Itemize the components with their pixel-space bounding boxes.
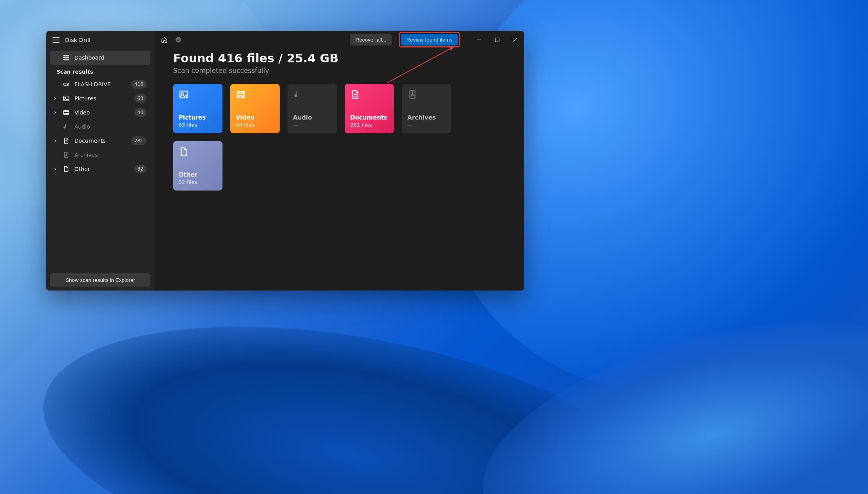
card-title: Audio [293, 114, 331, 121]
svg-rect-26 [66, 155, 67, 156]
svg-rect-1 [65, 55, 67, 56]
sidebar: Disk Drill Dashboard Scan results FLASH … [46, 31, 154, 291]
sidebar-item-other[interactable]: ›Other32 [50, 162, 150, 176]
menu-icon[interactable] [52, 37, 60, 43]
grid-icon [63, 54, 70, 61]
sidebar-item-count: 281 [131, 136, 146, 145]
results-headline: Found 416 files / 25.4 GB [173, 51, 505, 65]
svg-rect-29 [495, 38, 499, 42]
svg-rect-3 [63, 57, 65, 58]
chevron-right-icon: › [52, 166, 58, 172]
card-title: Other [179, 171, 217, 178]
svg-rect-28 [477, 40, 481, 40]
card-subtitle: — [293, 122, 331, 128]
sidebar-item-pictures[interactable]: ›Pictures63 [50, 91, 150, 105]
sidebar-footer: Show scan results in Explorer [46, 269, 154, 291]
svg-rect-8 [67, 59, 69, 60]
show-in-explorer-button[interactable]: Show scan results in Explorer [50, 273, 150, 287]
app-window: Disk Drill Dashboard Scan results FLASH … [46, 31, 524, 291]
main-panel: Recover all... Review found items Found … [154, 31, 524, 291]
other-icon [179, 147, 189, 157]
svg-rect-11 [63, 96, 69, 101]
card-title: Pictures [179, 114, 217, 121]
video-icon [236, 89, 246, 100]
recover-all-button[interactable]: Recover all... [350, 34, 392, 45]
chevron-right-icon: › [52, 95, 58, 102]
svg-rect-0 [63, 55, 65, 56]
app-title: Disk Drill [65, 37, 90, 43]
sidebar-nav: Dashboard Scan results FLASH DRIVE416›Pi… [46, 48, 154, 269]
svg-rect-4 [65, 57, 67, 58]
card-title: Documents [350, 114, 389, 121]
archives-icon [407, 89, 418, 100]
audio-icon [293, 89, 303, 100]
maximize-button[interactable] [488, 31, 506, 48]
pictures-icon [63, 95, 70, 102]
svg-rect-32 [180, 91, 188, 98]
sidebar-item-documents[interactable]: ›Documents281 [50, 134, 150, 148]
sidebar-item-label: Documents [74, 138, 127, 144]
card-title: Archives [407, 114, 446, 121]
titlebar: Recover all... Review found items [154, 31, 524, 48]
card-subtitle: 32 files [179, 179, 217, 185]
sidebar-header: Disk Drill [46, 31, 154, 48]
sidebar-item-count: 32 [134, 165, 146, 173]
sidebar-item-label: Video [74, 109, 130, 116]
svg-rect-2 [67, 55, 69, 56]
svg-rect-47 [412, 94, 413, 96]
sidebar-item-label: Dashboard [74, 54, 146, 61]
sidebar-item-label: Audio [74, 124, 146, 130]
category-card-audio: Audio— [288, 84, 337, 133]
window-controls [470, 31, 524, 48]
card-subtitle: 281 files [350, 122, 389, 128]
svg-rect-5 [67, 57, 69, 58]
category-card-video[interactable]: Video40 files [230, 84, 280, 133]
minimize-button[interactable] [470, 31, 488, 48]
chevron-right-icon: › [52, 138, 58, 144]
audio-icon [63, 123, 70, 130]
sidebar-item-label: Pictures [74, 95, 130, 102]
sidebar-item-label: FLASH DRIVE [74, 81, 127, 87]
home-icon[interactable] [161, 36, 168, 43]
category-card-other[interactable]: Other32 files [173, 141, 222, 191]
sidebar-item-label: Other [74, 166, 130, 172]
content-area: Found 416 files / 25.4 GB Scan completed… [154, 48, 524, 200]
check-badge-icon[interactable] [175, 36, 182, 43]
sidebar-item-flash-drive[interactable]: FLASH DRIVE416 [50, 77, 150, 91]
sidebar-item-dashboard[interactable]: Dashboard [50, 51, 150, 65]
sidebar-item-count: 416 [131, 80, 146, 89]
category-card-archives: Archives— [402, 84, 451, 133]
review-found-items-button[interactable]: Review found items [401, 34, 458, 45]
other-icon [63, 165, 70, 173]
card-subtitle: — [407, 122, 446, 128]
card-title: Video [236, 114, 274, 121]
sidebar-item-count: 40 [134, 108, 146, 117]
svg-rect-6 [63, 59, 65, 60]
card-subtitle: 40 files [236, 122, 274, 128]
pictures-icon [179, 89, 189, 100]
documents-icon [350, 89, 360, 100]
sidebar-item-audio: Audio [50, 120, 150, 134]
category-cards: Pictures63 filesVideo40 filesAudio—Docum… [173, 84, 505, 191]
card-subtitle: 63 files [179, 122, 217, 128]
svg-point-10 [67, 84, 68, 85]
documents-icon [63, 137, 70, 144]
sidebar-item-archives: Archives [50, 148, 150, 162]
sidebar-item-video[interactable]: ›Video40 [50, 105, 150, 120]
category-card-documents[interactable]: Documents281 files [345, 84, 394, 133]
sidebar-item-label: Archives [74, 152, 146, 158]
chevron-right-icon: › [52, 109, 58, 116]
drive-icon [63, 81, 70, 88]
sidebar-item-count: 63 [134, 94, 146, 103]
results-subhead: Scan completed successfully [173, 67, 505, 74]
close-button[interactable] [506, 31, 524, 48]
svg-rect-7 [65, 59, 67, 60]
sidebar-section-label: Scan results [50, 65, 150, 76]
video-icon [63, 109, 70, 116]
archives-icon [63, 151, 70, 158]
annotation-highlight: Review found items [399, 32, 460, 47]
category-card-pictures[interactable]: Pictures63 files [173, 84, 222, 133]
